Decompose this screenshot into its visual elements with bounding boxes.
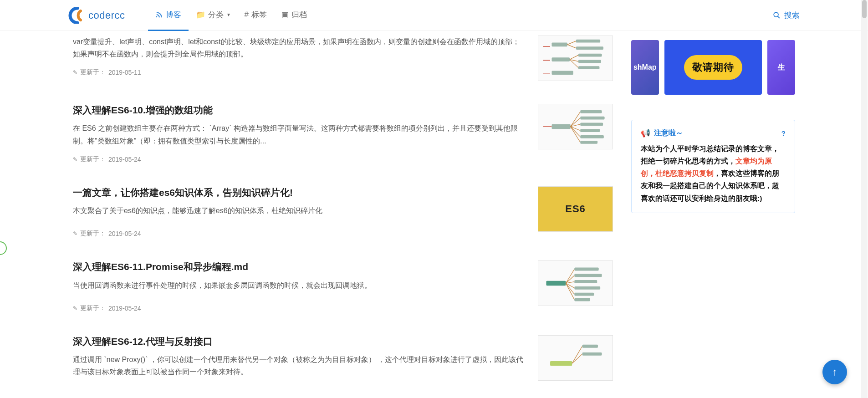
- help-icon[interactable]: ?: [781, 129, 786, 137]
- notice-card: 📢 注意啦～ ? 本站为个人平时学习总结记录的博客文章，拒绝一切碎片化思考的方式…: [631, 120, 795, 213]
- meta-label: 更新于：: [80, 230, 106, 238]
- promo-carousel[interactable]: shMap 敬请期待 生: [631, 40, 795, 95]
- promo-slide-main[interactable]: 敬请期待: [664, 40, 762, 95]
- topbar: codercc 博客 📁 分类 ▾ # 标签 ▣ 归档 搜索: [0, 0, 868, 31]
- post-thumbnail[interactable]: ES6: [538, 186, 613, 232]
- post-meta: ✎ 更新于： 2019-05-24: [73, 230, 524, 238]
- notice-body: 本站为个人平时学习总结记录的博客文章，拒绝一切碎片化思考的方式，文章均为原创，杜…: [641, 143, 786, 204]
- svg-rect-29: [580, 135, 604, 138]
- chevron-down-icon: ▾: [227, 11, 230, 18]
- svg-rect-13: [578, 60, 601, 63]
- nav-categories-label: 分类: [208, 10, 224, 20]
- site-logo[interactable]: codercc: [68, 7, 125, 24]
- post-date: 2019-05-11: [108, 69, 141, 76]
- promo-slide-next[interactable]: 生: [767, 40, 795, 95]
- svg-rect-23: [580, 117, 604, 120]
- scrollbar-thumb[interactable]: [862, 0, 867, 18]
- post-excerpt: var变量提升、let声明、const声明、let和const的比较、块级绑定的…: [73, 36, 524, 60]
- post-excerpt: 在 ES6 之前创建数组主要存在两种方式： `Array` 构造器与数组字面量写…: [73, 122, 524, 147]
- search-icon: [773, 11, 781, 19]
- post-thumbnail[interactable]: [538, 260, 613, 306]
- sidebar: shMap 敬请期待 生 📢 注意啦～ ? 本站为个: [631, 31, 795, 398]
- post-title[interactable]: 深入理解ES6-12.代理与反射接口: [73, 335, 524, 348]
- svg-line-41: [566, 283, 574, 294]
- search-label: 搜索: [784, 10, 800, 20]
- svg-rect-44: [574, 298, 590, 301]
- post-date: 2019-05-24: [108, 305, 141, 312]
- svg-rect-3: [551, 43, 567, 47]
- svg-rect-9: [551, 57, 570, 61]
- promo-prev-label: shMap: [633, 63, 657, 71]
- search-trigger[interactable]: 搜索: [773, 10, 800, 20]
- meta-label: 更新于：: [80, 304, 106, 312]
- folder-icon: 📁: [196, 10, 205, 20]
- promo-next-label: 生: [778, 63, 785, 72]
- svg-rect-47: [582, 345, 598, 348]
- nav-tags-label: 标签: [251, 10, 267, 20]
- svg-rect-7: [576, 46, 603, 50]
- site-name: codercc: [88, 10, 125, 21]
- post-item: 一篇文章，让你搭建es6知识体系，告别知识碎片化! 本文聚合了关于es6的知识点…: [73, 177, 613, 252]
- post-excerpt: 当使用回调函数来进行事件处理的时候，如果嵌套多层回调函数的时候，就会出现回调地狱…: [73, 279, 524, 291]
- svg-rect-36: [574, 274, 602, 277]
- svg-rect-17: [551, 71, 573, 75]
- pencil-icon: ✎: [73, 305, 77, 311]
- nav-categories[interactable]: 📁 分类 ▾: [189, 0, 237, 31]
- scrollbar-track[interactable]: [861, 0, 868, 398]
- notice-title: 注意啦～: [654, 128, 683, 138]
- svg-rect-21: [580, 110, 602, 113]
- promo-main-label: 敬请期待: [684, 55, 742, 80]
- svg-line-48: [572, 354, 582, 363]
- pencil-icon: ✎: [73, 230, 77, 237]
- svg-rect-27: [580, 129, 600, 132]
- archive-icon: ▣: [281, 10, 289, 20]
- post-date: 2019-05-24: [108, 156, 141, 163]
- back-to-top-button[interactable]: ↑: [822, 360, 847, 384]
- svg-line-6: [567, 45, 576, 48]
- svg-line-10: [570, 55, 578, 59]
- nav-tags[interactable]: # 标签: [237, 0, 274, 31]
- post-thumbnail[interactable]: [538, 335, 613, 381]
- svg-point-0: [774, 12, 778, 17]
- nav-blog[interactable]: 博客: [148, 0, 189, 31]
- svg-line-4: [567, 41, 576, 45]
- svg-rect-45: [550, 361, 572, 366]
- main-nav: 博客 📁 分类 ▾ # 标签 ▣ 归档: [148, 0, 314, 31]
- svg-rect-19: [551, 124, 570, 129]
- post-meta: ✎ 更新于： 2019-05-11: [73, 68, 524, 77]
- posts-list: var变量提升、let声明、const声明、let和const的比较、块级绑定的…: [73, 31, 613, 398]
- es6-badge: ES6: [565, 203, 586, 215]
- nav-archive-label: 归档: [291, 10, 307, 20]
- post-excerpt: 本文聚合了关于es6的知识点，能够迅速了解es6的知识体系，杜绝知识碎片化: [73, 204, 524, 217]
- post-item: var变量提升、let声明、const声明、let和const的比较、块级绑定的…: [73, 36, 613, 95]
- post-thumbnail[interactable]: [538, 36, 613, 81]
- svg-line-46: [572, 346, 582, 363]
- post-title[interactable]: 一篇文章，让你搭建es6知识体系，告别知识碎片化!: [73, 186, 524, 199]
- promo-slide-prev[interactable]: shMap: [631, 40, 659, 95]
- meta-label: 更新于：: [80, 155, 106, 163]
- logo-icon: [68, 7, 85, 24]
- nav-blog-label: 博客: [166, 10, 181, 20]
- hash-icon: #: [245, 10, 249, 19]
- meta-label: 更新于：: [80, 68, 106, 77]
- svg-rect-40: [574, 286, 600, 290]
- svg-line-30: [571, 127, 581, 142]
- arrow-up-icon: ↑: [832, 366, 837, 378]
- svg-line-1: [778, 16, 780, 18]
- svg-rect-38: [574, 280, 597, 283]
- svg-line-28: [571, 127, 581, 137]
- post-title[interactable]: 深入理解ES6-11.Promise和异步编程.md: [73, 260, 524, 273]
- post-item: 深入理解ES6-11.Promise和异步编程.md 当使用回调函数来进行事件处…: [73, 251, 613, 326]
- nav-archive[interactable]: ▣ 归档: [274, 0, 314, 31]
- post-thumbnail[interactable]: [538, 104, 613, 149]
- svg-rect-15: [578, 66, 599, 69]
- post-title[interactable]: 深入理解ES6-10.增强的数组功能: [73, 104, 524, 117]
- svg-rect-11: [578, 54, 602, 57]
- svg-rect-34: [574, 268, 598, 271]
- pencil-icon: ✎: [73, 156, 77, 163]
- post-excerpt: 通过调用 `new Proxy()` ，你可以创建一个代理用来替代另一个对象（被…: [73, 353, 524, 378]
- svg-line-33: [566, 269, 574, 283]
- svg-rect-31: [580, 141, 597, 144]
- post-meta: ✎ 更新于： 2019-05-24: [73, 155, 524, 163]
- svg-rect-25: [580, 122, 603, 126]
